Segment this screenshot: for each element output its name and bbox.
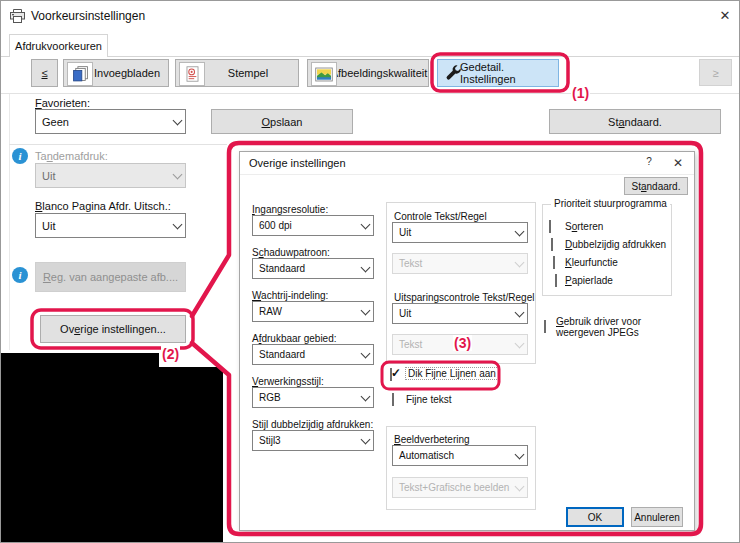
register-custom-image-label: Reg. van aangepaste afb.... — [43, 271, 178, 283]
duplex-style-label: Stijl dubbelzijdig afdrukken: — [252, 419, 373, 430]
stamp-icon — [179, 62, 205, 86]
driver-priority-legend: Prioriteit stuurprogramma — [551, 198, 670, 209]
chevron-down-icon — [357, 216, 373, 235]
tandem-print-select: Uit — [35, 163, 186, 188]
color-mode-checkbox[interactable] — [553, 256, 555, 269]
chevron-down-icon — [169, 110, 185, 133]
toolbar-prev-button[interactable]: ≤ — [31, 59, 58, 87]
favorites-select[interactable]: Geen — [35, 109, 186, 134]
input-resolution-label: Ingangsresolutie: — [252, 204, 328, 215]
tandem-print-value: Uit — [42, 170, 55, 182]
section-divider — [9, 144, 227, 145]
paper-tray-checkbox[interactable] — [555, 274, 557, 287]
text-line-control-select[interactable]: Uit — [392, 222, 528, 243]
printer-icon — [9, 8, 26, 26]
dialog-close-button[interactable]: ✕ — [666, 156, 690, 170]
input-resolution-value: 600 dpi — [259, 220, 292, 231]
window-close-button[interactable]: ✕ — [715, 8, 735, 23]
window-title: Voorkeursinstellingen — [31, 9, 145, 23]
toolbar-image-quality-button[interactable]: Afbeeldingskwaliteit — [307, 59, 429, 87]
tab-print-preferences[interactable]: Afdrukvoorkeuren — [9, 34, 108, 57]
dialog-default-button[interactable]: Standaard. — [624, 177, 688, 195]
register-custom-image-button: Reg. van aangepaste afb.... — [35, 262, 186, 292]
collate-label: Sorteren — [565, 221, 603, 232]
image-enhancement-target-select: Tekst+Grafische beelden — [392, 477, 528, 498]
chevron-down-icon — [357, 345, 373, 364]
toolbar-separator — [1, 93, 740, 94]
tab-strip-line — [1, 56, 740, 57]
chevron-down-icon — [357, 431, 373, 450]
blank-page-select[interactable]: Uit — [35, 213, 186, 238]
blank-page-value: Uit — [42, 220, 55, 232]
stamp-label: Stempel — [228, 67, 268, 79]
ok-label: OK — [588, 512, 602, 523]
chevron-down-icon — [169, 214, 185, 237]
processing-style-select[interactable]: RGB — [252, 387, 374, 408]
jpeg-driver-label: Gebruik driver voor weergeven JPEGs — [556, 316, 688, 338]
image-enhancement-label: Beeldverbetering — [394, 434, 470, 445]
blank-page-label: Blanco Pagina Afdr. Uitsch.: — [35, 200, 171, 212]
shadow-pattern-value: Standaard — [259, 263, 305, 274]
left-panel-edge — [9, 94, 10, 350]
fine-text-checkbox[interactable] — [392, 393, 394, 406]
cancel-button[interactable]: Annuleren — [631, 507, 683, 527]
info-icon: i — [12, 148, 28, 164]
chevron-down-icon — [357, 259, 373, 278]
text-line-control-type-select: Tekst — [392, 253, 528, 274]
chevron-down-icon — [357, 388, 373, 407]
duplex-style-select[interactable]: Stijl3 — [252, 430, 374, 451]
duplex-checkbox[interactable] — [551, 238, 553, 251]
paper-tray-label: Papierlade — [565, 275, 613, 286]
shadow-pattern-select[interactable]: Standaard — [252, 258, 374, 279]
dialog-title: Overige instellingen — [249, 157, 346, 169]
driver-priority-group: Prioriteit stuurprogramma Sorteren Dubbe… — [542, 204, 672, 296]
knockout-control-select[interactable]: Uit — [392, 303, 528, 324]
favorites-value: Geen — [42, 116, 69, 128]
save-button[interactable]: Opslaan — [211, 109, 353, 134]
other-settings-button[interactable]: Overige instellingen... — [40, 315, 186, 343]
image-enhancement-target-value: Tekst+Grafische beelden — [399, 482, 509, 493]
image-quality-label: Afbeeldingskwaliteit — [331, 67, 428, 79]
duplex-style-value: Stijl3 — [259, 435, 281, 446]
color-mode-label: Kleurfunctie — [565, 257, 618, 268]
processing-style-value: RGB — [259, 392, 281, 403]
pages-icon — [67, 62, 93, 86]
wrench-icon — [441, 62, 465, 84]
info-icon: i — [12, 267, 28, 283]
knockout-control-label: Uitsparingscontrole Tekst/Regel — [394, 292, 534, 303]
redacted-area — [1, 367, 223, 543]
image-icon — [311, 62, 337, 86]
ok-button[interactable]: OK — [566, 507, 624, 527]
text-line-control-value: Uit — [399, 227, 411, 238]
toolbar-insert-sheets-button[interactable]: Invoegbladen — [63, 59, 169, 87]
jpeg-driver-checkbox[interactable] — [544, 320, 546, 333]
text-line-control-type-value: Tekst — [399, 258, 422, 269]
printable-area-value: Standaard — [259, 349, 305, 360]
toolbar-detailed-settings-button[interactable]: Gedetail. Instellingen — [437, 59, 559, 87]
chevron-down-icon — [511, 335, 527, 354]
knockout-control-value: Uit — [399, 308, 411, 319]
tab-label: Afdrukvoorkeuren — [15, 40, 102, 52]
text-line-control-label: Controle Tekst/Regel — [394, 211, 487, 222]
preferences-window: Voorkeursinstellingen ✕ Afdrukvoorkeuren… — [0, 0, 740, 543]
image-enhancement-value: Automatisch — [399, 450, 454, 461]
thick-fine-lines-checkbox[interactable] — [390, 368, 392, 381]
save-label: Opslaan — [262, 116, 303, 128]
chevron-down-icon — [511, 254, 527, 273]
image-enhancement-select[interactable]: Automatisch — [392, 445, 528, 466]
thick-fine-lines-label: Dik Fijne Lijnen aan — [405, 367, 499, 380]
toolbar-stamp-button[interactable]: Stempel — [175, 59, 299, 87]
printable-area-select[interactable]: Standaard — [252, 344, 374, 365]
callout-step-1: (1) — [571, 85, 590, 101]
default-label: Standaard. — [608, 116, 662, 128]
help-icon[interactable]: ? — [638, 156, 660, 167]
processing-style-label: Verwerkingsstijl: — [252, 376, 324, 387]
chevron-down-icon — [511, 446, 527, 465]
collate-checkbox[interactable] — [549, 220, 551, 233]
default-button[interactable]: Standaard. — [549, 109, 721, 134]
spool-format-select[interactable]: RAW — [252, 301, 374, 322]
input-resolution-select[interactable]: 600 dpi — [252, 215, 374, 236]
toolbar-next-button[interactable]: ≥ — [699, 59, 732, 86]
dialog-default-label: Standaard. — [632, 181, 681, 192]
chevron-down-icon — [511, 223, 527, 242]
